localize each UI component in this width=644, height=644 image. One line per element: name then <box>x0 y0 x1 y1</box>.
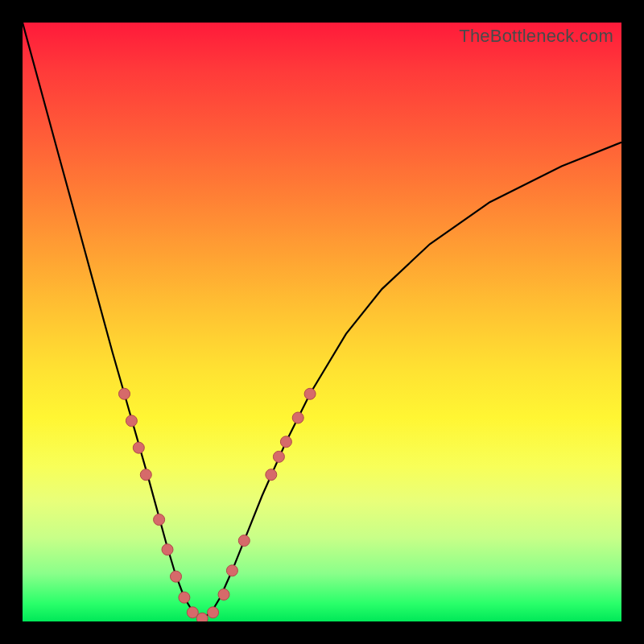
curve-marker <box>304 388 316 399</box>
curve-marker <box>154 514 165 526</box>
curve-marker <box>266 469 277 481</box>
curve-marker <box>238 535 250 547</box>
plot-svg <box>23 23 621 621</box>
curve-marker <box>179 592 190 603</box>
watermark-text: TheBottleneck.com <box>459 26 613 47</box>
curve-marker <box>280 436 291 448</box>
curve-marker <box>140 469 151 481</box>
curve-markers <box>119 388 316 621</box>
curve-marker <box>119 388 130 399</box>
curve-marker <box>226 565 237 576</box>
chart-area: TheBottleneck.com <box>23 23 621 621</box>
bottleneck-curve <box>23 23 621 618</box>
curve-marker <box>162 544 173 555</box>
curve-marker <box>273 451 284 462</box>
curve-marker <box>292 412 303 423</box>
curve-marker <box>133 442 144 453</box>
curve-marker <box>196 613 208 621</box>
curve-marker <box>218 589 229 601</box>
curve-marker <box>126 415 137 427</box>
curve-marker <box>208 607 219 618</box>
curve-marker <box>171 571 182 582</box>
